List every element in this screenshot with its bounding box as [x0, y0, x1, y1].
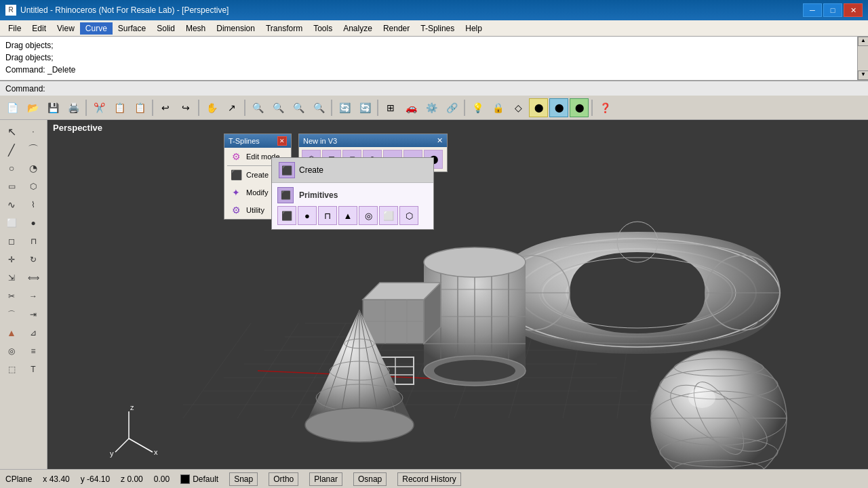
tsplines-close-button[interactable]: ✕ — [277, 136, 287, 146]
link-button[interactable]: 🔗 — [442, 98, 461, 117]
text-tool[interactable]: T — [23, 361, 43, 378]
fillet-tool[interactable]: ⌒ — [1, 306, 22, 323]
menu-surface[interactable]: Surface — [113, 22, 151, 35]
circle-tool[interactable]: ○ — [1, 159, 22, 177]
scale-tool[interactable]: ⇲ — [1, 269, 22, 287]
tsplines-tool-btn[interactable]: ⬤ — [549, 98, 568, 117]
prim-plane[interactable]: ⬜ — [379, 206, 398, 225]
menu-render[interactable]: Render — [378, 22, 415, 35]
polyline-tool[interactable]: ⌒ — [23, 141, 43, 159]
planar-button[interactable]: Planar — [309, 472, 342, 486]
menu-help[interactable]: Help — [460, 22, 488, 35]
ortho-button[interactable]: Ortho — [269, 472, 298, 486]
scroll-down[interactable]: ▼ — [858, 70, 868, 80]
new-button[interactable]: 📄 — [3, 98, 22, 117]
paste-button[interactable]: 📋 — [130, 98, 149, 117]
zoom-extents-button[interactable]: 🔍 — [248, 98, 267, 117]
select-button[interactable]: ↗ — [222, 98, 241, 117]
grid-button[interactable]: ⊞ — [381, 98, 400, 117]
trim-tool[interactable]: ✂ — [1, 287, 22, 305]
point-tool[interactable]: · — [23, 123, 43, 140]
rotate-view-button[interactable]: 🔄 — [335, 98, 354, 117]
close-button[interactable]: ✕ — [844, 3, 863, 17]
maximize-button[interactable]: □ — [823, 3, 842, 17]
prim-torus[interactable]: ◎ — [359, 206, 378, 225]
viewport[interactable]: Perspective — [47, 120, 868, 469]
create-submenu-title: Create — [299, 165, 323, 175]
help-button[interactable]: ❓ — [595, 98, 614, 117]
move-tool[interactable]: ✛ — [1, 251, 22, 268]
pan-view-button[interactable]: 🔄 — [355, 98, 374, 117]
layer-tool[interactable]: ≡ — [23, 342, 43, 360]
menu-analyze[interactable]: Analyze — [338, 22, 378, 35]
extend-tool[interactable]: → — [23, 287, 43, 305]
redo-button[interactable]: ↪ — [176, 98, 195, 117]
undo-button[interactable]: ↩ — [156, 98, 175, 117]
line-tool[interactable]: ╱ — [1, 141, 22, 159]
menu-dimension[interactable]: Dimension — [211, 22, 260, 35]
select-tool[interactable]: ↖ — [1, 123, 22, 140]
left-toolbar: ↖ · ╱ ⌒ ○ ◔ ▭ ⬡ ∿ ⌇ ⬜ ● ◻ ⊓ ✛ ↻ — [0, 120, 47, 469]
tsplines-tool2-btn[interactable]: ⬤ — [570, 98, 589, 117]
copy-button[interactable]: 📋 — [110, 98, 129, 117]
prim-sphere[interactable]: ● — [298, 206, 317, 225]
prim-cylinder[interactable]: ⊓ — [318, 206, 337, 225]
print-button[interactable]: 🖨️ — [64, 98, 83, 117]
mirror-tool[interactable]: ⟺ — [23, 269, 43, 287]
shade-button[interactable]: 🚗 — [401, 98, 420, 117]
menu-tools[interactable]: Tools — [308, 22, 338, 35]
loft-tool[interactable]: ⊿ — [23, 324, 43, 342]
pan-button[interactable]: ✋ — [202, 98, 221, 117]
snap-button[interactable]: Snap — [229, 472, 258, 486]
rotate-tool[interactable]: ↻ — [23, 251, 43, 268]
menu-mesh[interactable]: Mesh — [180, 22, 211, 35]
osnap-button[interactable]: Osnap — [353, 472, 387, 486]
obj-prop-button[interactable]: ⚙️ — [422, 98, 441, 117]
snap-tool[interactable]: ◎ — [1, 342, 22, 360]
v3-close-button[interactable]: ✕ — [437, 136, 443, 145]
menu-solid[interactable]: Solid — [151, 22, 180, 35]
freeform-tool[interactable]: ∿ — [1, 196, 22, 214]
v3-panel-title: New in V3 — [303, 137, 337, 145]
polygon-tool[interactable]: ⬡ — [23, 178, 43, 195]
scroll-up[interactable]: ▲ — [858, 37, 868, 46]
create-submenu-icon[interactable]: ⬛ — [279, 162, 295, 178]
menu-curve[interactable]: Curve — [80, 22, 113, 35]
primitives-icon: ⬛ — [277, 187, 294, 203]
sphere-tool[interactable]: ● — [23, 214, 43, 232]
save-button[interactable]: 💾 — [43, 98, 62, 117]
prim-box[interactable]: ⬛ — [277, 206, 296, 225]
render-btn[interactable]: ⬤ — [529, 98, 548, 117]
material-button[interactable]: ◇ — [509, 98, 528, 117]
spline-tool[interactable]: ⌇ — [23, 196, 43, 214]
menu-file[interactable]: File — [3, 22, 26, 35]
lock-button[interactable]: 🔒 — [488, 98, 507, 117]
layer-name: Default — [193, 474, 218, 484]
offset-tool[interactable]: ⇥ — [23, 306, 43, 323]
menu-transform[interactable]: Transform — [260, 22, 308, 35]
command-input[interactable] — [48, 84, 863, 94]
prim-other[interactable]: ⬡ — [399, 206, 418, 225]
light-button[interactable]: 💡 — [468, 98, 487, 117]
zoom-in-button[interactable]: 🔍 — [269, 98, 288, 117]
menu-view[interactable]: View — [52, 22, 80, 35]
menu-edit[interactable]: Edit — [26, 22, 52, 35]
tsplines-panel-header: T-Splines ✕ — [224, 134, 291, 148]
rectangle-tool[interactable]: ▭ — [1, 178, 22, 195]
minimize-button[interactable]: ─ — [803, 3, 822, 17]
cut-button[interactable]: ✂️ — [90, 98, 108, 117]
dim-tool[interactable]: ⬚ — [1, 361, 22, 378]
surface-tool[interactable]: ⬜ — [1, 214, 22, 232]
prim-cone[interactable]: ▲ — [338, 206, 357, 225]
cylinder-tool-lt[interactable]: ⊓ — [23, 232, 43, 250]
command-scroll[interactable]: ▲ ▼ — [857, 37, 868, 80]
zoom-window-button[interactable]: 🔍 — [309, 98, 328, 117]
open-button[interactable]: 📂 — [23, 98, 42, 117]
record-history-button[interactable]: Record History — [397, 472, 460, 486]
arc-tool[interactable]: ◔ — [23, 159, 43, 177]
box-tool[interactable]: ◻ — [1, 232, 22, 250]
scene-svg: z x y — [47, 120, 868, 469]
zoom-out-button[interactable]: 🔍 — [289, 98, 308, 117]
extrude-tool[interactable]: ▲ — [1, 324, 22, 342]
menu-tsplines[interactable]: T-Splines — [415, 22, 460, 35]
